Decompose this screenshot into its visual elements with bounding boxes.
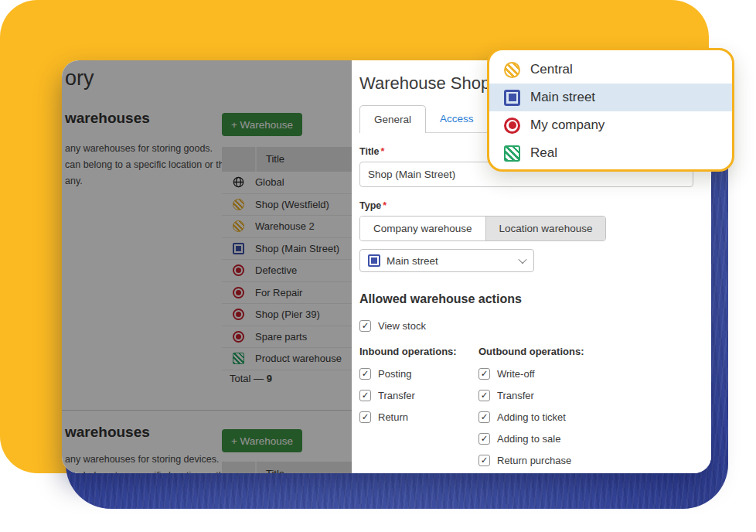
location-select[interactable]: Main street	[359, 249, 534, 272]
dim-overlay	[62, 60, 352, 473]
view-stock-checkbox[interactable]: ✓	[359, 320, 371, 332]
type-option-company[interactable]: Company warehouse	[360, 217, 485, 240]
location-dropdown-popup: Central Main street My company Real	[487, 48, 734, 172]
square-blue-icon	[504, 90, 520, 106]
checkbox-label: Write-off	[497, 368, 535, 380]
stage: ory warehouses any warehouses for storin…	[0, 0, 756, 532]
location-select-value: Main street	[387, 255, 438, 267]
dropdown-item-label: Main street	[530, 90, 595, 105]
checkbox-label: Adding to sale	[497, 433, 560, 445]
adding-to-sale-checkbox[interactable]: ✓	[478, 433, 490, 445]
allowed-actions-heading: Allowed warehouse actions	[359, 292, 693, 306]
write-off-checkbox[interactable]: ✓	[478, 368, 490, 380]
outbound-operations-column: Outbound operations: ✓ Write-off ✓ Trans…	[478, 346, 584, 473]
dropdown-item-central[interactable]: Central	[489, 56, 732, 84]
dropdown-item-my-company[interactable]: My company	[489, 111, 732, 139]
dropdown-item-main-street[interactable]: Main street	[489, 84, 732, 111]
inbound-operations-heading: Inbound operations:	[359, 346, 478, 357]
required-asterisk: *	[380, 146, 384, 157]
dropdown-item-label: Real	[530, 145, 557, 161]
inbound-operations-column: Inbound operations: ✓ Posting ✓ Transfer…	[359, 346, 478, 473]
square-blue-icon	[368, 254, 380, 267]
checkbox-row: ✓ Write-off	[478, 368, 584, 380]
checkbox-row: ✓ Transfer	[478, 390, 584, 401]
checkbox-label: View stock	[378, 320, 426, 332]
transfer-in-checkbox[interactable]: ✓	[359, 390, 371, 401]
tab-general[interactable]: General	[359, 105, 426, 133]
required-asterisk: *	[383, 200, 387, 211]
dropdown-item-real[interactable]: Real	[489, 139, 732, 167]
adding-to-ticket-checkbox[interactable]: ✓	[478, 411, 490, 423]
transfer-out-checkbox[interactable]: ✓	[478, 390, 490, 401]
dropdown-item-label: My company	[530, 118, 604, 133]
checkbox-row: ✓ Return	[359, 411, 478, 423]
checkbox-label: Transfer	[378, 390, 415, 401]
return-purchase-checkbox[interactable]: ✓	[478, 455, 490, 466]
posting-checkbox[interactable]: ✓	[359, 368, 371, 380]
dropdown-item-label: Central	[530, 62, 573, 77]
tab-access[interactable]: Access	[426, 105, 488, 132]
chevron-down-icon	[518, 255, 526, 264]
checkbox-label: Posting	[378, 368, 411, 380]
checkbox-row: ✓ Adding to ticket	[478, 411, 584, 423]
checkbox-row: ✓ Transfer	[359, 390, 478, 401]
view-stock-row: ✓ View stock	[359, 320, 693, 332]
striped-square-green-icon	[504, 145, 520, 162]
checkbox-row: ✓ Return purchase	[478, 455, 584, 466]
warehouse-list-panel: ory warehouses any warehouses for storin…	[62, 60, 352, 473]
checkbox-label: Adding to ticket	[497, 411, 566, 423]
checkbox-label: Return purchase	[497, 455, 571, 466]
type-option-location[interactable]: Location warehouse	[485, 217, 606, 240]
striped-circle-yellow-icon	[504, 62, 520, 78]
checkbox-label: Transfer	[497, 390, 534, 401]
type-field-label: Type*	[359, 200, 693, 211]
target-red-icon	[504, 118, 520, 134]
return-checkbox[interactable]: ✓	[359, 411, 371, 423]
label-text: Title	[359, 146, 379, 157]
checkbox-row: ✓ Adding to sale	[478, 433, 584, 445]
checkbox-label: Return	[378, 411, 408, 423]
warehouse-type-segmented-control: Company warehouse Location warehouse	[359, 216, 606, 241]
checkbox-row: ✓ Posting	[359, 368, 478, 380]
operations-columns: Inbound operations: ✓ Posting ✓ Transfer…	[359, 346, 693, 473]
label-text: Type	[359, 200, 381, 211]
outbound-operations-heading: Outbound operations:	[478, 346, 584, 357]
